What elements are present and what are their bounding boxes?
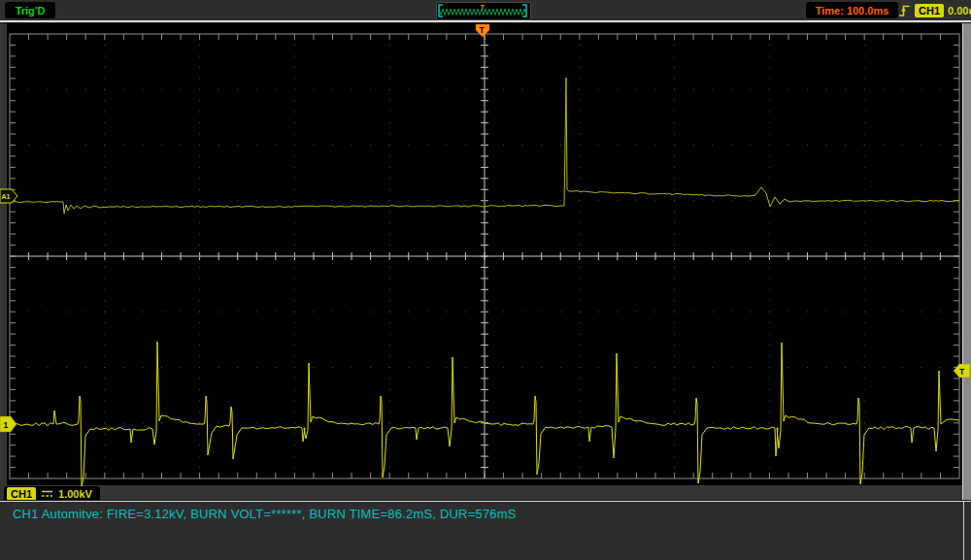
channel1-scale-badge[interactable]: CH1 1.00kV [4, 486, 100, 501]
channel1-scale-value: 1.00kV [58, 488, 92, 500]
measurement-status-text: CH1 Automitve: FIRE=3.12kV, BURN VOLT=**… [13, 507, 517, 521]
dc-coupling-icon [41, 488, 53, 499]
scope-overlay: A1 1 T T [0, 0, 971, 560]
window-trace-marker-label: A1 [2, 193, 11, 200]
channel1-chip: CH1 [7, 487, 36, 501]
trigger-level-marker-label: T [959, 367, 965, 377]
trigger-position-marker-label: T [480, 25, 486, 35]
trigger-position-marker[interactable]: T [476, 24, 489, 37]
trigger-level-marker[interactable]: T [954, 364, 970, 378]
channel1-position-marker-label: 1 [4, 420, 9, 430]
graticule [10, 34, 959, 478]
channel1-position-marker[interactable]: 1 [0, 416, 17, 432]
bottom-panel-right-edge [963, 502, 964, 560]
